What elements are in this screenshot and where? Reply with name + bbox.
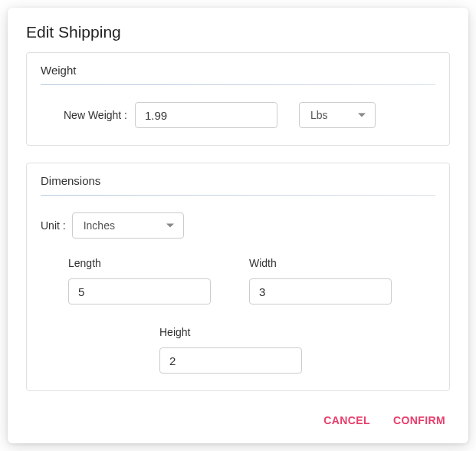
- height-row: Height: [41, 326, 435, 374]
- length-input[interactable]: [68, 278, 211, 305]
- dimensions-grid: Length Width: [41, 257, 435, 305]
- length-col: Length: [68, 257, 211, 305]
- length-label: Length: [68, 257, 211, 269]
- dimensions-card-title: Dimensions: [41, 174, 435, 187]
- cancel-button[interactable]: CANCEL: [323, 414, 370, 426]
- weight-row: New Weight : Lbs: [41, 102, 435, 128]
- width-col: Width: [249, 257, 392, 305]
- height-input[interactable]: [159, 347, 302, 374]
- chevron-down-icon: [166, 224, 174, 228]
- width-label: Width: [249, 257, 392, 269]
- dialog-title: Edit Shipping: [8, 8, 468, 52]
- confirm-button[interactable]: CONFIRM: [393, 414, 445, 426]
- new-weight-label: New Weight :: [64, 109, 127, 121]
- divider: [41, 84, 435, 85]
- dimensions-unit-select[interactable]: Inches: [72, 212, 184, 239]
- weight-card-title: Weight: [41, 64, 435, 77]
- weight-unit-select[interactable]: Lbs: [299, 102, 376, 128]
- dialog-body: Weight New Weight : Lbs Dimensions Unit …: [8, 52, 468, 400]
- height-col: Height: [159, 326, 435, 374]
- weight-card: Weight New Weight : Lbs: [26, 52, 450, 146]
- width-input[interactable]: [249, 278, 392, 305]
- new-weight-input[interactable]: [135, 102, 277, 128]
- dimensions-card: Dimensions Unit : Inches Length Width: [26, 163, 450, 391]
- edit-shipping-dialog: Edit Shipping Weight New Weight : Lbs Di…: [8, 8, 468, 443]
- chevron-down-icon: [358, 114, 366, 117]
- divider: [41, 195, 435, 196]
- height-label: Height: [159, 326, 435, 338]
- dimensions-unit-label: Unit :: [41, 219, 66, 232]
- dialog-actions: CANCEL CONFIRM: [8, 400, 468, 443]
- dimensions-unit-row: Unit : Inches: [41, 212, 435, 239]
- dimensions-unit-value: Inches: [84, 219, 115, 232]
- weight-unit-value: Lbs: [310, 109, 328, 121]
